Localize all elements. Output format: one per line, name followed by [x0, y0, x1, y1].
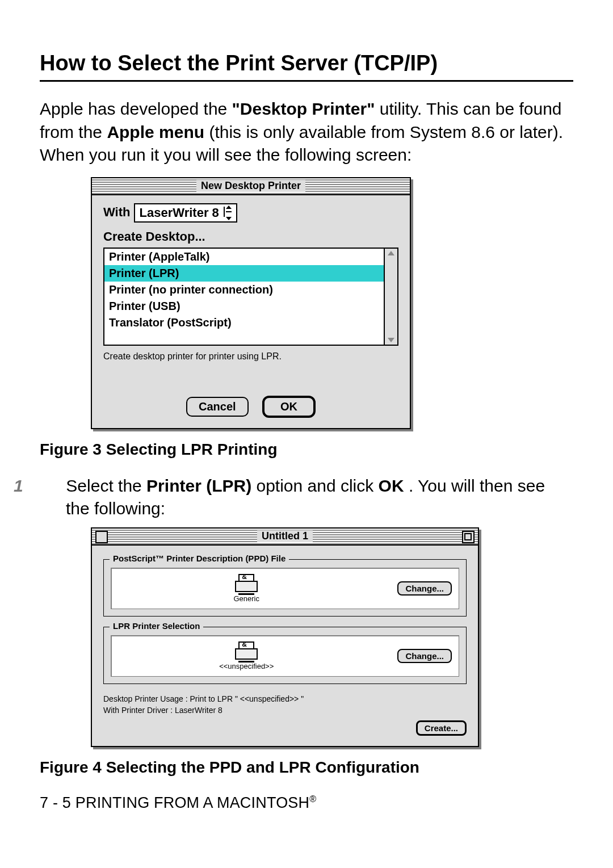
- printer-icon: &: [235, 574, 258, 593]
- intro-paragraph: Apple has developed the "Desktop Printer…: [40, 98, 573, 167]
- ppd-value: Generic: [118, 594, 375, 603]
- page-footer: 7 - 5 PRINTING FROM A MACINTOSH®: [40, 794, 573, 812]
- lpr-value: <<unspecified>>: [118, 662, 375, 670]
- zoom-box-icon[interactable]: [462, 531, 475, 543]
- list-item[interactable]: Printer (LPR): [104, 265, 384, 282]
- dialog1-titlebar: New Desktop Printer: [92, 178, 410, 195]
- step1-text-2: option and click: [256, 476, 378, 495]
- step1-bold-ok: OK: [379, 476, 404, 495]
- list-item[interactable]: Printer (USB): [104, 298, 384, 315]
- create-button[interactable]: Create...: [416, 720, 467, 736]
- printer-icon: &: [235, 641, 258, 661]
- with-label: With: [103, 204, 130, 219]
- list-item[interactable]: Translator (PostScript): [104, 315, 384, 331]
- change-ppd-button[interactable]: Change...: [397, 581, 452, 596]
- cancel-button[interactable]: Cancel: [186, 397, 249, 417]
- create-desktop-label: Create Desktop...: [103, 229, 398, 244]
- step1-bold-printer-lpr: Printer (LPR): [146, 476, 251, 495]
- group-lpr: LPR Printer Selection & <<unspecified>> …: [103, 627, 467, 684]
- listbox-scrollbar[interactable]: [384, 249, 397, 345]
- intro-bold-apple-menu: Apple menu: [107, 123, 204, 141]
- step-number: 1: [40, 475, 61, 498]
- heading-rule: [40, 80, 573, 82]
- group-lpr-legend: LPR Printer Selection: [110, 621, 203, 631]
- dialog2-titlebar: Untitled 1: [92, 529, 478, 546]
- group-ppd: PostScript™ Printer Description (PPD) Fi…: [103, 559, 467, 617]
- dialog1-title: New Desktop Printer: [196, 180, 305, 192]
- dialog-new-desktop-printer: New Desktop Printer With LaserWriter 8 C…: [91, 177, 411, 429]
- dialog1-hint: Create desktop printer for printer using…: [103, 351, 398, 362]
- step1-text-1: Select the: [66, 476, 146, 495]
- printer-type-listbox[interactable]: Printer (AppleTalk) Printer (LPR) Printe…: [103, 248, 398, 346]
- section-heading: How to Select the Print Server (TCP/IP): [40, 51, 573, 76]
- step-1: 1 Select the Printer (LPR) option and cl…: [40, 475, 573, 521]
- dialog-untitled-1: Untitled 1 PostScript™ Printer Descripti…: [91, 527, 479, 747]
- scroll-up-icon[interactable]: [388, 251, 394, 255]
- figure-3-caption: Figure 3 Selecting LPR Printing: [40, 441, 573, 459]
- list-item[interactable]: Printer (AppleTalk): [104, 249, 384, 265]
- driver-popup-value: LaserWriter 8: [140, 206, 219, 220]
- dialog2-title: Untitled 1: [257, 530, 313, 542]
- desktop-printer-usage: Desktop Printer Usage : Print to LPR " <…: [103, 694, 467, 703]
- change-lpr-button[interactable]: Change...: [397, 649, 452, 663]
- group-ppd-legend: PostScript™ Printer Description (PPD) Fi…: [110, 553, 289, 563]
- driver-popup[interactable]: LaserWriter 8: [134, 203, 237, 223]
- list-item[interactable]: Printer (no printer connection): [104, 282, 384, 298]
- intro-text-1: Apple has developed the: [40, 99, 232, 118]
- ok-button[interactable]: OK: [262, 396, 316, 418]
- close-box-icon[interactable]: [95, 531, 108, 543]
- intro-bold-desktop-printer: "Desktop Printer": [232, 99, 375, 118]
- figure-4-caption: Figure 4 Selecting the PPD and LPR Confi…: [40, 758, 573, 777]
- scroll-down-icon[interactable]: [388, 338, 394, 342]
- printer-driver-line: With Printer Driver : LaserWriter 8: [103, 706, 467, 715]
